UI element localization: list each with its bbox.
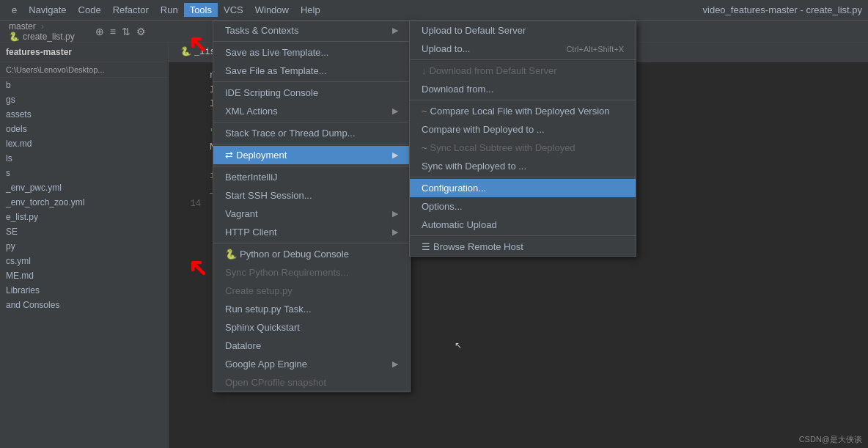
settings-icon[interactable]: ⚙ bbox=[136, 26, 146, 37]
menu-item-code[interactable]: Code bbox=[73, 3, 107, 17]
file-tab-icon: 🐍 bbox=[180, 45, 191, 59]
code-line-5: "...ataset/D/D" bbox=[180, 125, 856, 140]
sidebar-item-odels[interactable]: odels bbox=[0, 122, 168, 136]
sidebar-header: features-master bbox=[0, 43, 168, 62]
sidebar-item-e-list[interactable]: e_list.py bbox=[0, 210, 168, 224]
close-tab-icon[interactable]: × bbox=[241, 47, 246, 58]
sidebar-item-env-torch[interactable]: _env_torch_zoo.yml bbox=[0, 195, 168, 210]
menu-item-help[interactable]: Help bbox=[295, 3, 326, 17]
sidebar: features-master C:\Users\Lenovo\Desktop.… bbox=[0, 43, 169, 448]
menu-item-refactor[interactable]: Refactor bbox=[107, 3, 155, 17]
sidebar-item-lex[interactable]: lex.md bbox=[0, 136, 168, 151]
sidebar-path: C:\Users\Lenovo\Desktop... bbox=[0, 62, 168, 78]
window-title: video_features-master - create_list.py bbox=[703, 4, 862, 15]
sidebar-item-me[interactable]: ME.md bbox=[0, 268, 168, 283]
open-file-tab[interactable]: _list.py bbox=[194, 45, 237, 59]
sidebar-item-consoles[interactable]: and Consoles bbox=[0, 298, 168, 312]
sidebar-item-env-pwc[interactable]: _env_pwc.yml bbox=[0, 180, 168, 195]
sidebar-item-s[interactable]: s bbox=[0, 166, 168, 180]
python-file-icon: 🐍 bbox=[9, 32, 20, 42]
menu-item-vcs[interactable]: VCS bbox=[218, 3, 249, 17]
menu-item-tools[interactable]: Tools bbox=[184, 3, 218, 17]
sidebar-item-ls[interactable]: ls bbox=[0, 151, 168, 166]
menu-bar: e Navigate Code Refactor Run Tools VCS W… bbox=[0, 0, 868, 21]
tab-bar: master › 🐍 create_list.py ⊕ ≡ ⇅ ⚙ bbox=[0, 21, 868, 43]
menu-item-e[interactable]: e bbox=[6, 3, 23, 17]
menu-item-navigate[interactable]: Navigate bbox=[23, 3, 72, 17]
menu-item-window[interactable]: Window bbox=[249, 3, 295, 17]
code-editor: 🐍 _list.py × npy as np load(r"output\i3d… bbox=[169, 43, 868, 448]
breadcrumb-master: master bbox=[9, 21, 36, 32]
code-line-6: NNUdataset/list.tx bbox=[180, 140, 856, 155]
sidebar-item-se[interactable]: SE bbox=[0, 224, 168, 239]
code-line-14: 14 bbox=[180, 197, 856, 212]
sidebar-item-libraries[interactable]: Libraries bbox=[0, 283, 168, 298]
sidebar-item-cs[interactable]: cs.yml bbox=[0, 254, 168, 268]
code-line-8: in(path, i)): bbox=[180, 169, 856, 183]
sort-icon[interactable]: ⇅ bbox=[122, 26, 130, 37]
list-icon[interactable]: ≡ bbox=[110, 26, 116, 37]
sidebar-item-py[interactable]: py bbox=[0, 239, 168, 254]
watermark: CSDN@是大侠谈 bbox=[799, 434, 862, 445]
globe-icon[interactable]: ⊕ bbox=[95, 26, 104, 37]
code-line-4 bbox=[180, 111, 856, 126]
menu-item-run[interactable]: Run bbox=[155, 3, 184, 17]
code-line-1: npy as np bbox=[180, 68, 856, 83]
code-line-3: load(r"output\i3d\01_001_flow.npy") bbox=[180, 97, 856, 111]
main-layout: features-master C:\Users\Lenovo\Desktop.… bbox=[0, 43, 868, 448]
sidebar-item-assets[interactable]: assets bbox=[0, 107, 168, 122]
tab-file[interactable]: create_list.py bbox=[23, 32, 75, 42]
sidebar-title: features-master bbox=[6, 47, 72, 57]
code-line-9: _deo_list.append(os.path.join(path,i,j) … bbox=[180, 183, 856, 197]
code-line-2: load(r"output\i3d\01_001_rgb.npy") bbox=[180, 83, 856, 98]
sidebar-item-b[interactable]: b bbox=[0, 78, 168, 92]
breadcrumb: master › 🐍 create_list.py bbox=[3, 21, 81, 42]
code-line-7 bbox=[180, 154, 856, 169]
sidebar-item-gs[interactable]: gs bbox=[0, 92, 168, 107]
